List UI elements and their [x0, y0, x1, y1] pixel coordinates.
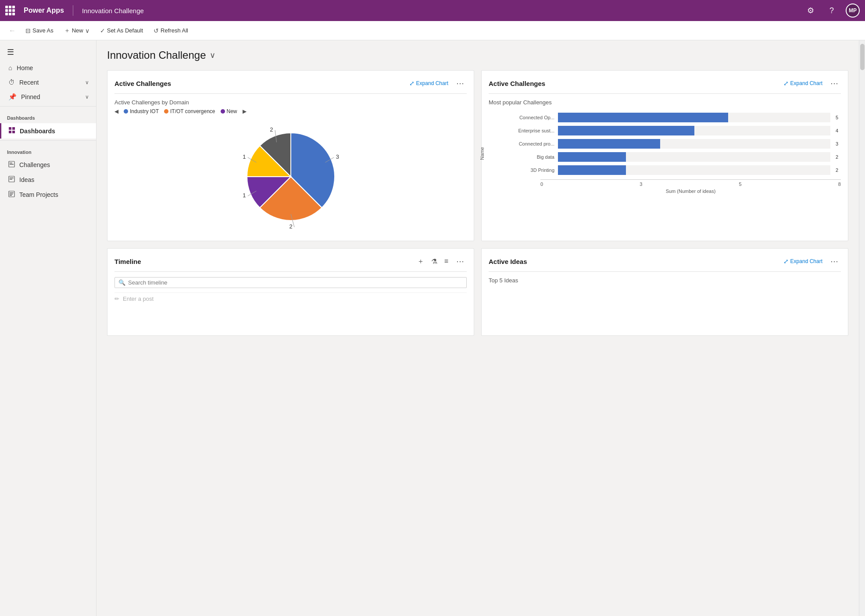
svg-rect-11 — [10, 192, 14, 193]
timeline-card: Timeline ＋ ⚗ ≡ ⋯ 🔍 ✏ Enter a post — [107, 248, 474, 336]
legend-dot-1 — [164, 109, 168, 114]
sidebar-item-recent[interactable]: ⏱ Recent ∨ — [0, 75, 96, 89]
bar-row-1: Enterprise sust... 4 — [515, 126, 841, 135]
bar-axis-line — [540, 179, 841, 180]
sidebar-item-challenges[interactable]: Challenges — [0, 157, 96, 172]
ideas-icon — [8, 176, 15, 184]
saveas-button[interactable]: ⊟ Save As — [21, 24, 58, 38]
timeline-filter-button[interactable]: ⚗ — [429, 256, 439, 267]
sidebar-item-teamprojects[interactable]: Team Projects — [0, 187, 96, 202]
svg-text:1: 1 — [243, 192, 246, 199]
ideas-expand-button[interactable]: ⤢ Expand Chart — [782, 257, 824, 266]
svg-rect-9 — [10, 179, 12, 180]
bar-label-4: 3D Printing — [515, 167, 554, 173]
active-challenges-bar-card: Active Challenges ⤢ Expand Chart ⋯ Most … — [481, 70, 848, 241]
bar-x-axis-label: Sum (Number of ideas) — [497, 189, 841, 194]
page-title-row: Innovation Challenge ∨ — [107, 49, 848, 61]
svg-rect-6 — [10, 164, 14, 165]
pie-legend: ◀ Industry IOT IT/OT convergence New ▶ — [114, 108, 467, 114]
card-header-bar: Active Challenges ⤢ Expand Chart ⋯ — [489, 78, 841, 94]
bar-chart-wrapper: Name Connected Op... 5 Enterprise sust..… — [489, 113, 841, 194]
bar-row-3: Big data 2 — [515, 152, 841, 162]
teamprojects-icon — [8, 191, 15, 199]
bar-subtitle: Most popular Challenges — [489, 99, 841, 106]
scrollbar-track[interactable] — [859, 40, 865, 616]
topbar-right-actions: ⚙ ? MP — [804, 4, 860, 18]
recent-chevron-icon: ∨ — [85, 79, 89, 85]
bar-fill-4 — [558, 165, 626, 175]
svg-rect-0 — [9, 127, 11, 130]
pinned-chevron-icon: ∨ — [85, 94, 89, 100]
legend-next-icon[interactable]: ▶ — [243, 108, 247, 114]
bar-row-4: 3D Printing 2 — [515, 165, 841, 175]
ideas-more-button[interactable]: ⋯ — [828, 256, 841, 267]
bar-track-1 — [558, 126, 830, 135]
bar-value-4: 2 — [836, 167, 841, 173]
pencil-icon: ✏ — [114, 296, 119, 302]
refreshall-button[interactable]: ↺ Refresh All — [149, 24, 193, 38]
bar-track-0 — [558, 113, 830, 122]
bar-expand-button[interactable]: ⤢ Expand Chart — [782, 79, 824, 88]
bar-fill-0 — [558, 113, 728, 122]
back-button[interactable]: ← — [5, 25, 19, 36]
legend-dot-0 — [124, 109, 128, 114]
svg-rect-1 — [12, 127, 15, 130]
svg-text:2: 2 — [289, 223, 292, 229]
sidebar-item-pinned[interactable]: 📌 Pinned ∨ — [0, 89, 96, 104]
timeline-enter-post: ✏ Enter a post — [114, 292, 467, 305]
app-launcher-icon[interactable] — [5, 6, 15, 15]
new-chevron-icon: ∨ — [85, 27, 89, 34]
dashboard-grid: Active Challenges ⤢ Expand Chart ⋯ Activ… — [107, 70, 848, 336]
page-title: Innovation Challenge — [107, 49, 206, 61]
refresh-icon: ↺ — [154, 27, 159, 34]
timeline-add-button[interactable]: ＋ — [415, 256, 426, 267]
expand-icon: ⤢ — [409, 80, 415, 87]
legend-prev-icon[interactable]: ◀ — [114, 108, 118, 114]
timeline-sort-button[interactable]: ≡ — [443, 256, 450, 266]
bar-expand-icon: ⤢ — [783, 80, 789, 87]
bar-track-4 — [558, 165, 830, 175]
bar-more-button[interactable]: ⋯ — [828, 78, 841, 89]
bar-fill-3 — [558, 152, 626, 162]
timeline-search-input[interactable] — [128, 279, 463, 286]
sidebar-divider-1 — [0, 106, 96, 107]
timeline-card-title: Timeline — [114, 258, 412, 265]
new-button[interactable]: ＋ New ∨ — [60, 24, 94, 38]
svg-text:2: 2 — [270, 126, 273, 133]
sidebar-item-dashboards[interactable]: Dashboards — [0, 123, 96, 139]
setdefault-button[interactable]: ✓ Set As Default — [96, 24, 147, 38]
bar-value-2: 3 — [836, 141, 841, 146]
bar-row-2: Connected pro... 3 — [515, 139, 841, 149]
bar-fill-2 — [558, 139, 660, 149]
svg-text:1: 1 — [243, 153, 246, 160]
scrollbar-thumb[interactable] — [860, 44, 865, 70]
bar-track-2 — [558, 139, 830, 149]
timeline-more-button[interactable]: ⋯ — [454, 256, 467, 267]
active-ideas-subtitle: Top 5 Ideas — [489, 277, 841, 284]
card-header-pie: Active Challenges ⤢ Expand Chart ⋯ — [114, 78, 467, 94]
bar-label-3: Big data — [515, 154, 554, 160]
main-layout: ☰ ⌂ Home ⏱ Recent ∨ 📌 Pinned ∨ Dashboard… — [0, 40, 865, 616]
bar-row-0: Connected Op... 5 — [515, 113, 841, 122]
svg-rect-13 — [10, 195, 12, 196]
bar-label-0: Connected Op... — [515, 115, 554, 120]
dashboards-icon — [8, 127, 15, 135]
avatar[interactable]: MP — [846, 4, 860, 18]
timeline-search-box[interactable]: 🔍 — [114, 277, 467, 288]
sidebar-item-home[interactable]: ⌂ Home — [0, 61, 96, 75]
page-title-chevron-icon[interactable]: ∨ — [210, 50, 215, 60]
timeline-actions: ＋ ⚗ ≡ ⋯ — [415, 256, 467, 267]
pie-card-title: Active Challenges — [114, 80, 404, 87]
svg-text:3: 3 — [336, 153, 339, 160]
settings-icon[interactable]: ⚙ — [804, 4, 818, 18]
sidebar-item-ideas[interactable]: Ideas — [0, 172, 96, 187]
pie-more-button[interactable]: ⋯ — [454, 78, 467, 89]
help-icon[interactable]: ? — [825, 4, 839, 18]
active-ideas-card: Active Ideas ⤢ Expand Chart ⋯ Top 5 Idea… — [481, 248, 848, 336]
hamburger-menu[interactable]: ☰ — [0, 44, 96, 61]
pie-expand-button[interactable]: ⤢ Expand Chart — [407, 79, 450, 88]
legend-dot-2 — [221, 109, 225, 114]
timeline-card-header: Timeline ＋ ⚗ ≡ ⋯ — [114, 256, 467, 272]
svg-rect-12 — [10, 194, 13, 195]
bar-value-1: 4 — [836, 128, 841, 133]
